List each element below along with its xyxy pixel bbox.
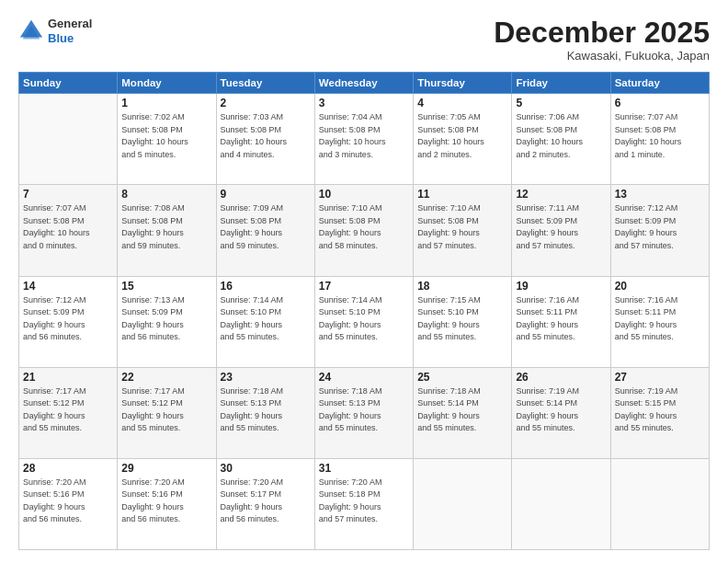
day-info: Sunrise: 7:17 AM Sunset: 5:12 PM Dayligh…: [23, 385, 113, 435]
day-info: Sunrise: 7:19 AM Sunset: 5:14 PM Dayligh…: [516, 385, 606, 435]
location: Kawasaki, Fukuoka, Japan: [494, 49, 710, 63]
day-number: 7: [23, 188, 113, 201]
day-info: Sunrise: 7:19 AM Sunset: 5:15 PM Dayligh…: [615, 385, 705, 435]
day-number: 3: [319, 97, 409, 109]
calendar-cell: 13Sunrise: 7:12 AM Sunset: 5:09 PM Dayli…: [610, 185, 709, 276]
day-info: Sunrise: 7:14 AM Sunset: 5:10 PM Dayligh…: [221, 294, 311, 344]
calendar-cell: 15Sunrise: 7:13 AM Sunset: 5:09 PM Dayli…: [118, 276, 216, 367]
calendar-cell: 16Sunrise: 7:14 AM Sunset: 5:10 PM Dayli…: [216, 276, 314, 367]
calendar-week-row: 21Sunrise: 7:17 AM Sunset: 5:12 PM Dayli…: [19, 367, 710, 458]
calendar-week-row: 1Sunrise: 7:02 AM Sunset: 5:08 PM Daylig…: [19, 94, 710, 185]
calendar-cell: 7Sunrise: 7:07 AM Sunset: 5:08 PM Daylig…: [19, 185, 118, 276]
calendar-cell: 17Sunrise: 7:14 AM Sunset: 5:10 PM Dayli…: [314, 276, 413, 367]
day-number: 1: [121, 97, 211, 109]
day-info: Sunrise: 7:20 AM Sunset: 5:18 PM Dayligh…: [319, 477, 409, 526]
day-number: 2: [221, 97, 311, 109]
day-number: 16: [221, 280, 311, 293]
calendar-cell: 2Sunrise: 7:03 AM Sunset: 5:08 PM Daylig…: [216, 94, 314, 185]
weekday-header: Monday: [118, 73, 216, 94]
day-number: 11: [417, 188, 507, 201]
day-number: 19: [516, 280, 606, 293]
day-info: Sunrise: 7:03 AM Sunset: 5:08 PM Dayligh…: [221, 111, 311, 161]
calendar-cell: 26Sunrise: 7:19 AM Sunset: 5:14 PM Dayli…: [512, 367, 610, 458]
day-info: Sunrise: 7:13 AM Sunset: 5:09 PM Dayligh…: [121, 294, 211, 344]
calendar-cell: 6Sunrise: 7:07 AM Sunset: 5:08 PM Daylig…: [610, 94, 709, 185]
header: General Blue December 2025 Kawasaki, Fuk…: [18, 17, 710, 63]
day-info: Sunrise: 7:08 AM Sunset: 5:08 PM Dayligh…: [121, 202, 211, 252]
day-number: 20: [615, 280, 705, 293]
day-info: Sunrise: 7:16 AM Sunset: 5:11 PM Dayligh…: [516, 294, 606, 344]
day-number: 5: [516, 97, 606, 109]
month-title: December 2025: [494, 17, 710, 49]
day-number: 29: [121, 462, 211, 475]
logo: General Blue: [18, 17, 92, 45]
day-number: 18: [417, 280, 507, 293]
day-info: Sunrise: 7:18 AM Sunset: 5:13 PM Dayligh…: [221, 385, 311, 435]
title-block: December 2025 Kawasaki, Fukuoka, Japan: [494, 17, 710, 63]
logo-general: General: [48, 17, 92, 30]
calendar-cell: 12Sunrise: 7:11 AM Sunset: 5:09 PM Dayli…: [512, 185, 610, 276]
calendar-cell: 19Sunrise: 7:16 AM Sunset: 5:11 PM Dayli…: [512, 276, 610, 367]
calendar-cell: 29Sunrise: 7:20 AM Sunset: 5:16 PM Dayli…: [118, 458, 216, 549]
day-info: Sunrise: 7:11 AM Sunset: 5:09 PM Dayligh…: [516, 202, 606, 252]
calendar-cell: 21Sunrise: 7:17 AM Sunset: 5:12 PM Dayli…: [19, 367, 118, 458]
logo-icon: [18, 18, 44, 44]
day-info: Sunrise: 7:12 AM Sunset: 5:09 PM Dayligh…: [615, 202, 705, 252]
day-info: Sunrise: 7:07 AM Sunset: 5:08 PM Dayligh…: [615, 111, 705, 161]
calendar-cell: 25Sunrise: 7:18 AM Sunset: 5:14 PM Dayli…: [414, 367, 512, 458]
day-info: Sunrise: 7:10 AM Sunset: 5:08 PM Dayligh…: [319, 202, 409, 252]
weekday-header: Thursday: [414, 73, 512, 94]
day-info: Sunrise: 7:20 AM Sunset: 5:16 PM Dayligh…: [23, 477, 113, 526]
day-number: 9: [221, 188, 311, 201]
calendar-cell: 22Sunrise: 7:17 AM Sunset: 5:12 PM Dayli…: [118, 367, 216, 458]
day-number: 10: [319, 188, 409, 201]
day-number: 31: [319, 462, 409, 475]
day-info: Sunrise: 7:18 AM Sunset: 5:13 PM Dayligh…: [319, 385, 409, 435]
calendar-cell: 10Sunrise: 7:10 AM Sunset: 5:08 PM Dayli…: [314, 185, 413, 276]
day-number: 12: [516, 188, 606, 201]
calendar-cell: 4Sunrise: 7:05 AM Sunset: 5:08 PM Daylig…: [414, 94, 512, 185]
day-number: 27: [615, 371, 705, 384]
calendar-cell: 3Sunrise: 7:04 AM Sunset: 5:08 PM Daylig…: [314, 94, 413, 185]
day-info: Sunrise: 7:09 AM Sunset: 5:08 PM Dayligh…: [221, 202, 311, 252]
calendar-header-row: SundayMondayTuesdayWednesdayThursdayFrid…: [19, 73, 710, 94]
calendar-cell: 11Sunrise: 7:10 AM Sunset: 5:08 PM Dayli…: [414, 185, 512, 276]
calendar-cell: [19, 94, 118, 185]
day-number: 24: [319, 371, 409, 384]
page: General Blue December 2025 Kawasaki, Fuk…: [0, 0, 728, 563]
day-number: 15: [121, 280, 211, 293]
day-number: 28: [23, 462, 113, 475]
calendar-cell: 23Sunrise: 7:18 AM Sunset: 5:13 PM Dayli…: [216, 367, 314, 458]
day-number: 17: [319, 280, 409, 293]
day-info: Sunrise: 7:17 AM Sunset: 5:12 PM Dayligh…: [121, 385, 211, 435]
day-info: Sunrise: 7:02 AM Sunset: 5:08 PM Dayligh…: [121, 111, 211, 161]
calendar-cell: 24Sunrise: 7:18 AM Sunset: 5:13 PM Dayli…: [314, 367, 413, 458]
day-info: Sunrise: 7:07 AM Sunset: 5:08 PM Dayligh…: [23, 202, 113, 252]
calendar-cell: 30Sunrise: 7:20 AM Sunset: 5:17 PM Dayli…: [216, 458, 314, 549]
day-info: Sunrise: 7:20 AM Sunset: 5:17 PM Dayligh…: [221, 477, 311, 526]
calendar-cell: 1Sunrise: 7:02 AM Sunset: 5:08 PM Daylig…: [118, 94, 216, 185]
calendar-cell: 9Sunrise: 7:09 AM Sunset: 5:08 PM Daylig…: [216, 185, 314, 276]
calendar-week-row: 7Sunrise: 7:07 AM Sunset: 5:08 PM Daylig…: [19, 185, 710, 276]
calendar-cell: [512, 458, 610, 549]
logo-text: General Blue: [48, 17, 92, 45]
day-number: 25: [417, 371, 507, 384]
day-number: 13: [615, 188, 705, 201]
day-info: Sunrise: 7:16 AM Sunset: 5:11 PM Dayligh…: [615, 294, 705, 344]
day-number: 26: [516, 371, 606, 384]
logo-blue: Blue: [48, 31, 74, 45]
day-info: Sunrise: 7:12 AM Sunset: 5:09 PM Dayligh…: [23, 294, 113, 344]
calendar-table: SundayMondayTuesdayWednesdayThursdayFrid…: [18, 72, 710, 550]
calendar-cell: 20Sunrise: 7:16 AM Sunset: 5:11 PM Dayli…: [610, 276, 709, 367]
day-info: Sunrise: 7:04 AM Sunset: 5:08 PM Dayligh…: [319, 111, 409, 161]
calendar-cell: 8Sunrise: 7:08 AM Sunset: 5:08 PM Daylig…: [118, 185, 216, 276]
calendar-cell: 28Sunrise: 7:20 AM Sunset: 5:16 PM Dayli…: [19, 458, 118, 549]
weekday-header: Friday: [512, 73, 610, 94]
day-info: Sunrise: 7:05 AM Sunset: 5:08 PM Dayligh…: [417, 111, 507, 161]
day-number: 8: [121, 188, 211, 201]
day-number: 6: [615, 97, 705, 109]
day-number: 23: [221, 371, 311, 384]
calendar-cell: [414, 458, 512, 549]
day-number: 14: [23, 280, 113, 293]
day-number: 4: [417, 97, 507, 109]
